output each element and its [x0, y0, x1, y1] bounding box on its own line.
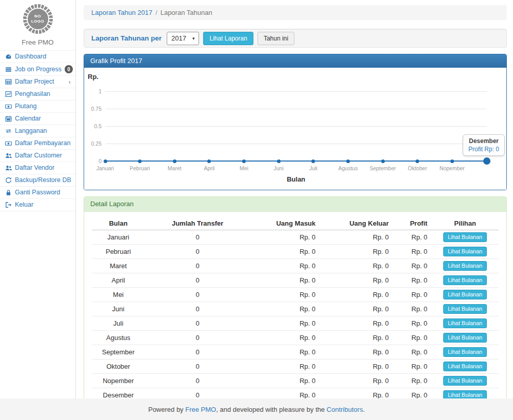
- data-point-april[interactable]: [207, 159, 211, 163]
- data-point-maret[interactable]: [173, 159, 176, 163]
- year-select-value: 2017: [171, 34, 186, 42]
- cell-uang_masuk: Rp. 0: [250, 288, 320, 302]
- app-logo: NO LOGO: [0, 0, 75, 34]
- sidebar-item-backup-restore-db[interactable]: Backup/Restore DB: [0, 174, 75, 186]
- filter-label: Laporan Tahunan per: [91, 34, 162, 42]
- profit-series-line: [105, 161, 487, 162]
- data-point-januari[interactable]: [104, 159, 107, 163]
- column-header-uang-masuk: Uang Masuk: [250, 217, 320, 230]
- table-row-juni: Juni0Rp. 0Rp. 0Rp. 0Lihat Bulanan: [92, 302, 499, 316]
- breadcrumb: Laporan Tahun 2017/Laporan Tahunan: [84, 5, 507, 20]
- lock-icon: [5, 189, 12, 196]
- table-row-maret: Maret0Rp. 0Rp. 0Rp. 0Lihat Bulanan: [92, 259, 499, 273]
- breadcrumb-link-laporan-tahun[interactable]: Laporan Tahun 2017: [91, 9, 152, 16]
- x-tick-label: Mei: [226, 165, 262, 171]
- sidebar-item-label: Piutang: [15, 103, 36, 110]
- year-select[interactable]: 2017 ▾: [167, 32, 199, 45]
- data-point-juni[interactable]: [277, 159, 281, 163]
- sidebar-item-daftar-project[interactable]: Daftar Project‹: [0, 75, 75, 88]
- data-point-juli[interactable]: [311, 159, 315, 163]
- lihat-bulanan-button-januari[interactable]: Lihat Bulanan: [443, 232, 487, 242]
- cell-uang_masuk: Rp. 0: [250, 359, 320, 374]
- gridline: [105, 144, 487, 144]
- logo-text-line2: LOGO: [31, 19, 45, 24]
- cell-uang_keluar: Rp. 0: [320, 345, 393, 359]
- sidebar-item-label: Dashboard: [15, 53, 46, 61]
- x-tick-label: Juni: [261, 165, 297, 171]
- sidebar-item-ganti-password[interactable]: Ganti Password: [0, 186, 75, 198]
- sidebar-item-daftar-pembayaran[interactable]: Daftar Pembayaran: [0, 137, 75, 149]
- profit-chart: Rp.10.750.50.250JanuariPebruariMaretApri…: [84, 68, 506, 190]
- table-row-juli: Juli0Rp. 0Rp. 0Rp. 0Lihat Bulanan: [92, 316, 499, 331]
- cell-pilihan: Lihat Bulanan: [431, 259, 499, 273]
- footer-link-free-pmo[interactable]: Free PMO: [185, 406, 216, 413]
- lihat-bulanan-button-agustus[interactable]: Lihat Bulanan: [443, 333, 487, 343]
- lihat-bulanan-button-april[interactable]: Lihat Bulanan: [443, 275, 487, 285]
- lihat-bulanan-button-nopember[interactable]: Lihat Bulanan: [443, 376, 487, 386]
- cell-uang_masuk: Rp. 0: [250, 316, 320, 331]
- cell-bulan: Maret: [92, 259, 145, 273]
- cell-pilihan: Lihat Bulanan: [431, 316, 499, 331]
- sidebar-item-penghasilan[interactable]: Penghasilan: [0, 88, 75, 100]
- lihat-bulanan-button-mei[interactable]: Lihat Bulanan: [443, 290, 487, 299]
- cell-uang_keluar: Rp. 0: [320, 259, 393, 273]
- column-header-bulan: Bulan: [92, 217, 145, 230]
- cell-pilihan: Lihat Bulanan: [431, 288, 499, 302]
- lihat-bulanan-button-oktober[interactable]: Lihat Bulanan: [443, 362, 487, 371]
- x-tick-label: Maret: [156, 165, 192, 171]
- data-point-desember[interactable]: [483, 157, 490, 165]
- table-row-mei: Mei0Rp. 0Rp. 0Rp. 0Lihat Bulanan: [92, 288, 499, 302]
- x-axis-title: Bulan: [105, 175, 487, 183]
- data-point-agustus[interactable]: [346, 159, 350, 163]
- y-tick-label: 0.5: [84, 123, 102, 129]
- sidebar-item-calendar[interactable]: Calendar: [0, 112, 75, 125]
- cell-bulan: Januari: [92, 230, 145, 245]
- data-point-pebruari[interactable]: [138, 159, 142, 163]
- x-tick-label: Juli: [295, 165, 331, 171]
- brand-name: Free PMO: [0, 38, 75, 46]
- cell-pilihan: Lihat Bulanan: [431, 345, 499, 359]
- table-header-row: BulanJumlah TransferUang MasukUang Kelua…: [92, 217, 499, 230]
- report-filter-bar: Laporan Tahunan per 2017 ▾ Lihat Laporan…: [84, 29, 507, 48]
- x-tick-label: Januari: [87, 165, 123, 171]
- footer: Powered by Free PMO, and developed with …: [0, 398, 513, 420]
- lihat-laporan-button[interactable]: Lihat Laporan: [203, 32, 253, 45]
- lihat-bulanan-button-juli[interactable]: Lihat Bulanan: [443, 318, 487, 328]
- sidebar-item-daftar-vendor[interactable]: Daftar Vendor: [0, 162, 75, 174]
- footer-text: Powered by Free PMO, and developed with …: [148, 406, 365, 413]
- sidebar-item-piutang[interactable]: Piutang: [0, 100, 75, 112]
- chart-tooltip: DesemberProfit Rp: 0: [463, 134, 505, 156]
- footer-text-segment: , and developed with pleasure by the: [216, 406, 326, 413]
- cell-uang_keluar: Rp. 0: [320, 359, 393, 374]
- no-logo-badge: NO LOGO: [27, 8, 49, 30]
- sidebar-item-keluar[interactable]: Keluar: [0, 198, 75, 211]
- lihat-bulanan-button-september[interactable]: Lihat Bulanan: [443, 347, 487, 357]
- data-point-oktober[interactable]: [416, 159, 419, 163]
- tahun-ini-button[interactable]: Tahun ini: [258, 32, 294, 45]
- sidebar-item-job-on-progress[interactable]: Job on Progress0: [0, 63, 75, 75]
- cell-bulan: Agustus: [92, 331, 145, 345]
- lihat-bulanan-button-pebruari[interactable]: Lihat Bulanan: [443, 247, 487, 256]
- cell-profit: Rp. 0: [393, 374, 431, 388]
- sidebar-item-label: Ganti Password: [15, 189, 60, 196]
- cell-jumlah_transfer: 0: [145, 259, 250, 273]
- gridline: [105, 91, 487, 92]
- lihat-bulanan-button-maret[interactable]: Lihat Bulanan: [443, 261, 487, 271]
- cell-uang_masuk: Rp. 0: [250, 345, 320, 359]
- cell-jumlah_transfer: 0: [145, 331, 250, 345]
- sidebar-item-daftar-customer[interactable]: Daftar Customer: [0, 149, 75, 162]
- cell-profit: Rp. 0: [393, 345, 431, 359]
- data-point-mei[interactable]: [242, 159, 246, 163]
- sidebar-item-langganan[interactable]: Langganan: [0, 125, 75, 137]
- cell-bulan: Nopember: [92, 374, 145, 388]
- data-point-september[interactable]: [381, 159, 385, 163]
- footer-link-contributors[interactable]: Contributors: [327, 406, 363, 413]
- data-point-nopember[interactable]: [450, 159, 454, 163]
- column-header-jumlah-transfer: Jumlah Transfer: [145, 217, 250, 230]
- lihat-bulanan-button-juni[interactable]: Lihat Bulanan: [443, 304, 487, 314]
- cell-jumlah_transfer: 0: [145, 302, 250, 316]
- sidebar-item-dashboard[interactable]: Dashboard: [0, 50, 75, 63]
- y-tick-label: 1: [84, 88, 102, 94]
- retweet-icon: [5, 128, 12, 134]
- count-badge: 0: [65, 65, 73, 73]
